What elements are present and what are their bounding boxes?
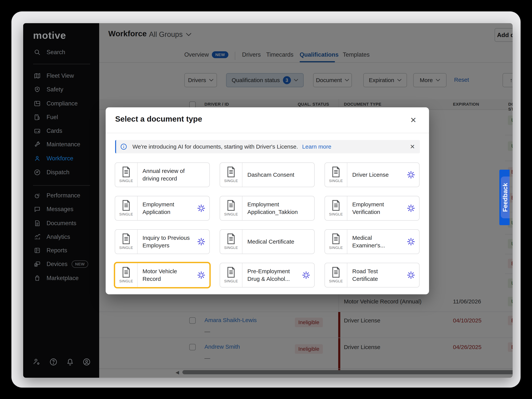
info-icon <box>120 143 127 150</box>
document-icon <box>332 167 340 177</box>
single-label: SINGLE <box>119 179 133 183</box>
doc-card-annual-review[interactable]: SINGLE Annual review of driving record <box>115 162 210 187</box>
sidebar-item-safety[interactable]: Safety <box>23 84 99 95</box>
search-icon <box>33 49 41 56</box>
doc-card-motor-vehicle-record[interactable]: SINGLE Motor Vehicle Record <box>114 262 211 288</box>
doc-card-inquiry-previous-employers[interactable]: SINGLE Inquiry to Previous Employers <box>115 229 210 254</box>
doc-card-title: Inquiry to Previous Employers <box>142 234 193 249</box>
app-window: motive Search Fleet View Safety Complian… <box>23 23 513 378</box>
document-icon <box>332 267 340 278</box>
doc-card-title: Employment Verification <box>352 201 403 216</box>
modal-close-icon[interactable]: ✕ <box>410 116 417 124</box>
single-label: SINGLE <box>224 179 238 183</box>
single-label: SINGLE <box>224 212 238 216</box>
person-icon <box>33 155 41 162</box>
doc-card-employment-application[interactable]: SINGLE Employment Application <box>115 196 210 221</box>
document-icon <box>227 267 235 278</box>
devices-icon <box>33 261 41 267</box>
sidebar-item-label: Fleet View <box>47 72 74 79</box>
ai-sparkle-icon <box>407 204 415 212</box>
doc-card-title: Driver License <box>352 171 403 179</box>
banner-text: We're introducing AI for documents, star… <box>133 143 298 150</box>
shield-icon <box>33 86 41 93</box>
sidebar-item-dispatch[interactable]: Dispatch <box>23 167 99 178</box>
doc-card-title: Medical Examiner's... <box>352 234 403 249</box>
doc-card-title: Road Test Certificate <box>352 267 403 283</box>
sidebar-item-maintenance[interactable]: Maintenance <box>23 139 99 150</box>
single-label: SINGLE <box>119 279 133 283</box>
sidebar-item-performance[interactable]: Performance <box>23 190 99 201</box>
document-icon <box>332 200 340 211</box>
doc-card-dashcam-consent[interactable]: SINGLE Dashcam Consent <box>220 162 315 187</box>
credit-card-icon <box>33 127 41 134</box>
doc-card-medical-examiners[interactable]: SINGLE Medical Examiner's... <box>324 229 419 254</box>
doc-card-title: Employment Application_Takkion <box>247 201 310 216</box>
ai-sparkle-icon <box>197 204 205 212</box>
select-document-type-modal: Select a document type ✕ We're introduci… <box>106 107 429 294</box>
sidebar-item-label: Messages <box>47 206 73 213</box>
ai-sparkle-icon <box>197 271 205 279</box>
doc-card-pre-employment-drug-alcohol[interactable]: SINGLE Pre-Employment Drug & Alcohol... <box>220 263 315 287</box>
sidebar-item-label: Dispatch <box>47 169 70 176</box>
sidebar-item-label: Safety <box>47 86 63 93</box>
modal-header-divider <box>106 133 429 133</box>
notifications-bell-icon[interactable] <box>66 358 75 366</box>
single-label: SINGLE <box>224 279 238 283</box>
admin-settings-icon[interactable] <box>32 358 41 366</box>
single-label: SINGLE <box>119 212 133 216</box>
document-icon <box>122 234 131 244</box>
screenshot-root: motive Search Fleet View Safety Complian… <box>0 0 532 399</box>
feedback-tab[interactable]: Feedback <box>499 170 510 225</box>
learn-more-link[interactable]: Learn more <box>302 143 331 150</box>
sidebar-divider <box>33 185 90 186</box>
sidebar: motive Search Fleet View Safety Complian… <box>23 23 99 378</box>
map-icon <box>33 72 41 79</box>
single-label: SINGLE <box>119 246 133 250</box>
sidebar-item-cards[interactable]: Cards <box>23 125 99 136</box>
document-icon <box>122 200 131 211</box>
sidebar-item-fuel[interactable]: Fuel <box>23 112 99 123</box>
document-icon <box>227 234 235 244</box>
dispatch-icon <box>33 169 41 176</box>
banner-close-icon[interactable]: ✕ <box>410 143 415 150</box>
sidebar-item-label: Workforce <box>47 155 73 162</box>
sidebar-item-workforce[interactable]: Workforce <box>23 153 99 164</box>
report-icon <box>33 247 41 254</box>
single-label: SINGLE <box>224 246 238 250</box>
modal-title: Select a document type <box>115 114 202 124</box>
ai-sparkle-icon <box>197 238 205 246</box>
sidebar-item-label: Reports <box>47 247 67 254</box>
ai-sparkle-icon <box>302 271 310 279</box>
sidebar-item-label: Marketplace <box>47 275 79 282</box>
ai-announcement-banner: We're introducing AI for documents, star… <box>115 140 420 153</box>
sidebar-item-documents[interactable]: Documents <box>23 218 99 229</box>
sidebar-item-messages[interactable]: Messages <box>23 204 99 215</box>
doc-card-employment-verification[interactable]: SINGLE Employment Verification <box>324 196 419 221</box>
sidebar-item-reports[interactable]: Reports <box>23 245 99 256</box>
sidebar-item-label: Analytics <box>47 234 70 240</box>
sidebar-item-label: Performance <box>47 192 80 199</box>
doc-card-employment-application-takkion[interactable]: SINGLE Employment Application_Takkion <box>220 196 315 221</box>
devices-new-badge: NEW <box>72 260 88 268</box>
sidebar-search[interactable]: Search <box>23 47 99 58</box>
doc-card-driver-license[interactable]: SINGLE Driver License <box>324 162 419 187</box>
sidebar-item-devices[interactable]: Devices NEW <box>23 259 99 270</box>
doc-card-road-test-certificate[interactable]: SINGLE Road Test Certificate <box>324 263 419 287</box>
single-label: SINGLE <box>329 179 343 183</box>
single-label: SINGLE <box>329 246 343 250</box>
shopping-bag-icon <box>33 275 41 282</box>
single-label: SINGLE <box>329 279 343 283</box>
sidebar-item-label: Documents <box>47 220 76 227</box>
sidebar-item-compliance[interactable]: Compliance <box>23 98 99 109</box>
sidebar-item-label: Devices <box>47 261 67 267</box>
gauge-icon <box>33 192 41 199</box>
sidebar-item-label: Cards <box>47 127 62 134</box>
sidebar-item-marketplace[interactable]: Marketplace <box>23 273 99 284</box>
doc-card-medical-certificate[interactable]: SINGLE Medical Certificate <box>220 229 315 254</box>
sidebar-item-fleet-view[interactable]: Fleet View <box>23 70 99 81</box>
account-icon[interactable] <box>82 358 91 366</box>
sidebar-item-analytics[interactable]: Analytics <box>23 231 99 242</box>
help-icon[interactable] <box>49 358 58 366</box>
doc-card-title: Pre-Employment Drug & Alcohol... <box>247 267 298 283</box>
document-icon <box>227 200 235 211</box>
